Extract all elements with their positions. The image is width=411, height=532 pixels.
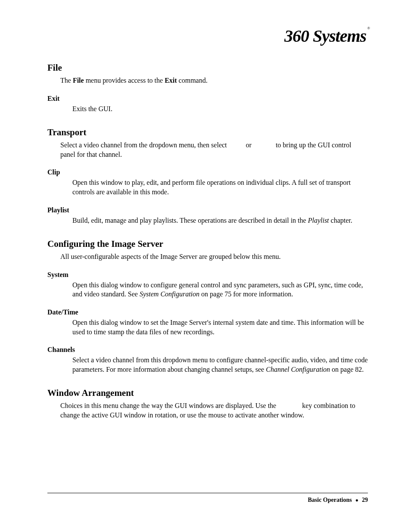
sub-clip: Clip Open this window to play, edit, and… [47, 168, 368, 196]
text: The [60, 77, 73, 84]
page-footer: Basic Operations ● 29 [47, 493, 368, 504]
brand-logo: 360 Systems® [47, 26, 370, 46]
intro-file: The File menu provides access to the Exi… [60, 76, 368, 85]
heading-datetime: Date/Time [47, 308, 368, 316]
sub-channels: Channels Select a video channel from thi… [47, 346, 368, 374]
text-italic: Playlist [308, 217, 329, 224]
intro-transport: Select a video channel from the dropdown… [60, 140, 368, 159]
intro-config: All user-configurable aspects of the Ima… [60, 252, 368, 261]
intro-window: Choices in this menu change the way the … [60, 401, 368, 420]
text: menu provides access to the [84, 77, 165, 84]
heading-exit: Exit [47, 95, 368, 103]
heading-system: System [47, 271, 368, 279]
section-window: Window Arrangement Choices in this menu … [47, 388, 368, 420]
heading-config: Configuring the Image Server [47, 239, 368, 249]
body-channels: Select a video channel from this dropdow… [72, 355, 368, 374]
heading-file: File [47, 62, 368, 73]
body-clip: Open this window to play, edit, and perf… [72, 178, 368, 196]
page-number: 29 [362, 497, 368, 503]
text: Select a video channel from the dropdown… [60, 141, 229, 149]
body-exit: Exits the GUI. [72, 104, 368, 114]
heading-channels: Channels [47, 346, 368, 354]
body-playlist: Build, edit, manage and play playlists. … [72, 216, 368, 225]
body-system: Open this dialog window to configure gen… [72, 280, 368, 299]
footer-label: Basic Operations [308, 497, 352, 503]
section-config: Configuring the Image Server All user-co… [47, 239, 368, 374]
text: Build, edit, manage and play playlists. … [72, 217, 308, 224]
text-italic: Channel Configuration [266, 366, 330, 373]
heading-transport: Transport [47, 127, 368, 138]
text-italic: System Configuration [140, 290, 199, 298]
heading-playlist: Playlist [47, 206, 368, 214]
gap [229, 141, 246, 149]
sub-exit: Exit Exits the GUI. [47, 95, 368, 114]
section-file: File The File menu provides access to th… [47, 62, 368, 113]
sub-system: System Open this dialog window to config… [47, 271, 368, 299]
logo-mark: ® [367, 26, 370, 30]
text-bold: File [73, 77, 84, 84]
text: on page 82. [330, 366, 364, 373]
text: or [246, 141, 252, 149]
logo-text: 360 Systems [284, 26, 366, 46]
gap [252, 141, 276, 149]
text: on page 75 for more information. [199, 290, 293, 298]
body-datetime: Open this dialog window to set the Image… [72, 318, 368, 336]
heading-clip: Clip [47, 168, 368, 176]
text: command. [177, 77, 208, 84]
sub-playlist: Playlist Build, edit, manage and play pl… [47, 206, 368, 225]
heading-window: Window Arrangement [47, 388, 368, 398]
text: chapter. [329, 217, 352, 224]
bullet-icon: ● [355, 497, 358, 503]
text: Choices in this menu change the way the … [60, 402, 278, 409]
text-bold: Exit [165, 77, 177, 84]
section-transport: Transport Select a video channel from th… [47, 127, 368, 225]
sub-datetime: Date/Time Open this dialog window to set… [47, 308, 368, 336]
gap [278, 402, 302, 409]
